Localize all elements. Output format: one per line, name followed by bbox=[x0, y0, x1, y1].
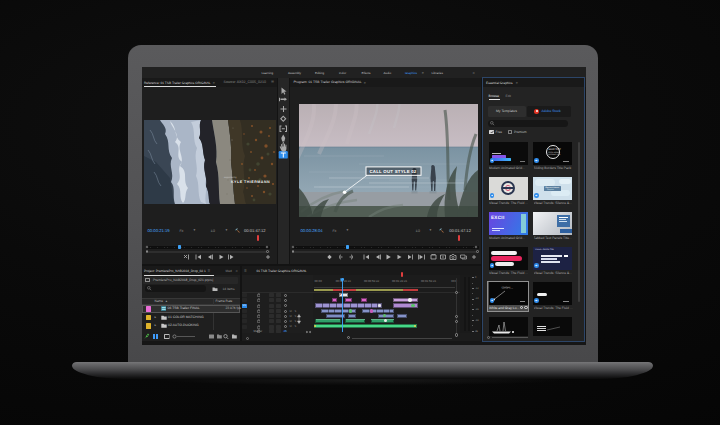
svg-text:KYLE THIERMANN: KYLE THIERMANN bbox=[231, 180, 270, 184]
svg-text:supported by: supported by bbox=[224, 176, 238, 179]
svg-text:CALL OUT STYLE 02: CALL OUT STYLE 02 bbox=[369, 169, 416, 174]
